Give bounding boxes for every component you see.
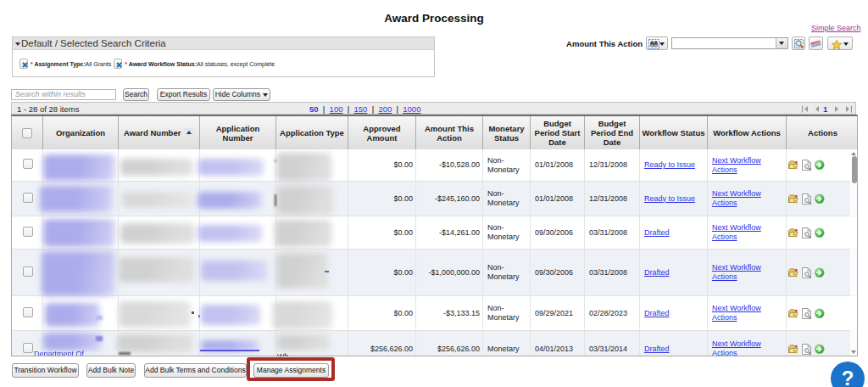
svg-text:1: 1 [823,105,828,113]
